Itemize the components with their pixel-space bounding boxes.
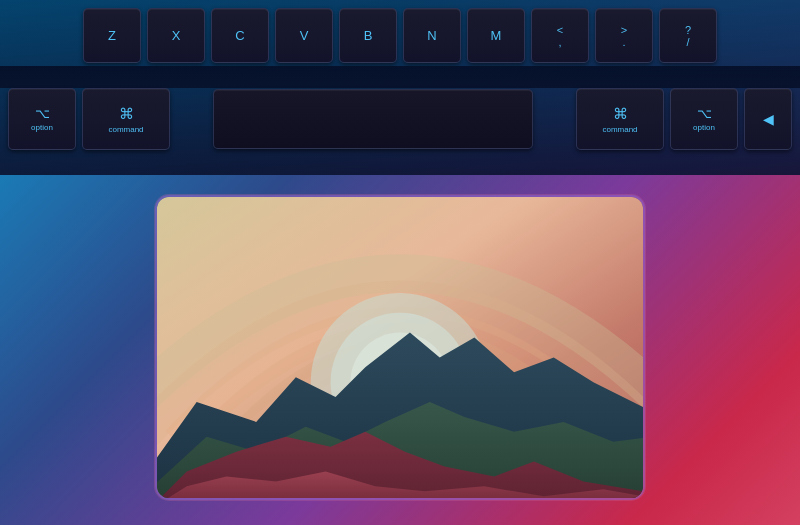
keyboard-gap: [0, 66, 800, 88]
key-z-label: Z: [108, 28, 116, 43]
trackpad-area: [0, 175, 800, 525]
trackpad[interactable]: [155, 195, 645, 500]
key-x-label: X: [172, 28, 181, 43]
key-arrow-right-icon: ◀: [763, 111, 774, 127]
right-modifiers: ⌘ command ⌥ option ◀: [576, 88, 792, 150]
key-command-right-symbol: ⌘: [613, 105, 628, 123]
key-v[interactable]: V: [275, 8, 333, 63]
key-command-right-label: command: [602, 125, 637, 134]
laptop-body: Z X C V B N M < ,: [0, 0, 800, 525]
key-option-left-symbol: ⌥: [35, 106, 50, 121]
key-comma[interactable]: < ,: [531, 8, 589, 63]
modifier-row: ⌥ option ⌘ command ⌘ command ⌥ option: [0, 88, 800, 150]
key-spacebar[interactable]: [213, 89, 533, 149]
key-comma-bottom: ,: [558, 36, 561, 48]
key-z[interactable]: Z: [83, 8, 141, 63]
trackpad-scene: [157, 197, 643, 498]
key-period[interactable]: > .: [595, 8, 653, 63]
key-b[interactable]: B: [339, 8, 397, 63]
key-option-right-symbol: ⌥: [697, 106, 712, 121]
key-comma-top: <: [557, 24, 563, 36]
key-m[interactable]: M: [467, 8, 525, 63]
key-slash-bottom: /: [686, 36, 689, 48]
key-x[interactable]: X: [147, 8, 205, 63]
key-row-bottom: Z X C V B N M < ,: [0, 8, 800, 63]
key-arrow-right[interactable]: ◀: [744, 88, 792, 150]
key-command-left-label: command: [108, 125, 143, 134]
key-command-left-symbol: ⌘: [119, 105, 134, 123]
key-period-bottom: .: [622, 36, 625, 48]
key-n[interactable]: N: [403, 8, 461, 63]
key-c-label: C: [235, 28, 244, 43]
key-c[interactable]: C: [211, 8, 269, 63]
key-option-right-label: option: [693, 123, 715, 132]
left-modifiers: ⌥ option ⌘ command: [8, 88, 170, 150]
key-option-right[interactable]: ⌥ option: [670, 88, 738, 150]
key-command-right[interactable]: ⌘ command: [576, 88, 664, 150]
key-slash-top: ?: [685, 24, 691, 36]
key-b-label: B: [364, 28, 373, 43]
key-option-left-label: option: [31, 123, 53, 132]
key-option-left[interactable]: ⌥ option: [8, 88, 76, 150]
key-v-label: V: [300, 28, 309, 43]
key-m-label: M: [491, 28, 502, 43]
key-slash[interactable]: ? /: [659, 8, 717, 63]
keyboard-area: Z X C V B N M < ,: [0, 0, 800, 175]
key-command-left[interactable]: ⌘ command: [82, 88, 170, 150]
key-n-label: N: [427, 28, 436, 43]
key-period-top: >: [621, 24, 627, 36]
